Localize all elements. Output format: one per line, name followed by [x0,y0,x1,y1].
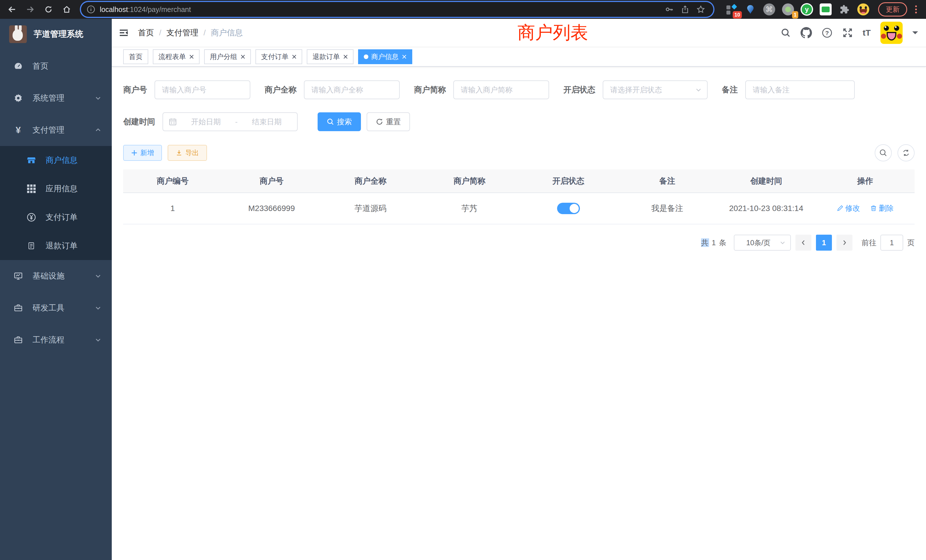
breadcrumb-pay[interactable]: 支付管理 [166,27,198,38]
dashboard-icon [12,62,24,71]
close-icon[interactable] [402,54,407,59]
home-icon[interactable] [58,2,75,17]
col-status: 开启状态 [519,170,618,193]
cell-create-time: 2021-10-23 08:31:14 [717,193,816,224]
share-icon[interactable] [681,5,689,14]
extensions-row: 10 ⌘ 1 y [725,3,870,16]
cell-status [519,193,618,224]
sidebar-item-workflow[interactable]: 工作流程 [0,324,112,356]
status-toggle[interactable] [557,203,580,214]
next-page-button[interactable] [837,235,852,251]
refresh-table-button[interactable] [897,144,915,161]
navbar: 首页 / 支付管理 / 商户信息 ? [112,19,926,47]
cell-merchant-no: M233666999 [222,193,321,224]
yen-circle-icon [25,212,38,222]
forward-icon[interactable] [22,2,39,17]
user-avatar[interactable] [881,22,903,44]
site-info-icon[interactable] [87,5,95,14]
close-icon[interactable] [292,54,297,59]
hide-search-icon-button[interactable] [875,144,892,161]
goto-page-input[interactable] [881,235,903,251]
sidebar-item-pay[interactable]: ¥ 支付管理 [0,114,112,146]
delete-link[interactable]: 删除 [870,203,894,213]
browser-update-button[interactable]: 更新 [878,2,907,17]
page-unit-label: 页 [907,238,915,248]
sidebar-logo[interactable]: 芋道管理系统 [0,19,112,50]
close-icon[interactable] [241,54,245,59]
add-button[interactable]: 新增 [123,145,162,161]
close-icon[interactable] [189,54,194,59]
status-select[interactable] [603,80,708,99]
password-key-icon[interactable] [665,5,674,14]
sidebar-item-refund-order[interactable]: 退款订单 [0,232,112,260]
edit-link[interactable]: 修改 [837,203,860,213]
back-icon[interactable] [3,2,21,17]
breadcrumb: 首页 / 支付管理 / 商户信息 [138,27,243,38]
font-size-icon[interactable]: tT [863,28,871,38]
app-title: 芋道管理系统 [34,29,83,40]
tab-home[interactable]: 首页 [123,49,148,64]
table-toolbar: 新增 导出 [123,144,915,161]
sidebar-item-label: 首页 [32,61,48,71]
page-number-1[interactable]: 1 [816,235,832,251]
pagination: 共 1 条 10条/页 1 前往 [123,235,915,251]
sidebar-collapse-icon[interactable] [118,27,130,39]
extension-recorder-icon[interactable]: 1 [781,3,795,16]
remark-input[interactable] [745,80,855,99]
browser-profile-avatar[interactable] [856,3,870,16]
export-button[interactable]: 导出 [168,145,207,161]
sidebar-item-dev-tools[interactable]: 研发工具 [0,292,112,324]
calendar-icon [169,118,177,126]
url-bar[interactable]: localhost:1024/pay/merchant [81,2,713,17]
github-icon[interactable] [800,27,812,38]
sidebar-item-system[interactable]: 系统管理 [0,82,112,114]
create-time-range-picker[interactable]: 开始日期 - 结束日期 [162,112,298,131]
tab-user-group[interactable]: 用户分组 [204,49,251,64]
tab-pay-order[interactable]: 支付订单 [256,49,302,64]
sidebar-item-home[interactable]: 首页 [0,50,112,82]
date-separator: - [235,118,238,126]
col-actions: 操作 [816,170,915,193]
sidebar-item-infra[interactable]: 基础设施 [0,260,112,292]
prev-page-button[interactable] [796,235,811,251]
tab-merchant-info[interactable]: 商户信息 [358,49,412,64]
reload-icon[interactable] [40,2,57,17]
reset-button[interactable]: 重置 [367,112,410,131]
extensions-puzzle-icon[interactable] [838,3,851,16]
cell-actions: 修改 删除 [816,193,915,224]
remark-label: 备注 [722,85,738,95]
storefront-icon [25,156,38,165]
cell-short-name: 芋艿 [420,193,519,224]
sidebar-item-label: 商户信息 [45,155,77,166]
sidebar-item-merchant[interactable]: 商户信息 [0,146,112,174]
extension-tabs-icon[interactable]: 10 [725,3,738,16]
full-name-input[interactable] [304,80,400,99]
sidebar-item-pay-order[interactable]: 支付订单 [0,203,112,232]
monitor-icon [12,271,24,281]
bookmark-star-icon[interactable] [696,5,705,14]
extension-pin-icon[interactable] [743,3,757,16]
extension-chat-icon[interactable] [819,3,832,16]
browser-menu-icon[interactable] [912,5,920,14]
fullscreen-icon[interactable] [842,27,853,38]
header-search-icon[interactable] [781,28,791,38]
avatar-caret-icon[interactable] [912,31,918,37]
extension-yudao-icon[interactable]: y [800,3,814,16]
page-size-select[interactable]: 10条/页 [734,235,791,251]
create-time-label: 创建时间 [123,117,155,127]
tab-refund-order[interactable]: 退款订单 [307,49,354,64]
breadcrumb-home[interactable]: 首页 [138,27,154,38]
total-text: 共 1 条 [701,238,727,248]
sidebar-item-app[interactable]: 应用信息 [0,174,112,203]
tab-process-form[interactable]: 流程表单 [153,49,200,64]
grid-icon [25,185,38,193]
app-window: 芋道管理系统 首页 系统管理 [0,19,926,560]
extension-command-icon[interactable]: ⌘ [763,3,776,16]
search-button[interactable]: 搜索 [318,112,361,131]
merchant-no-input[interactable] [154,80,250,99]
short-name-input[interactable] [453,80,549,99]
url-text[interactable]: localhost:1024/pay/merchant [100,5,665,14]
help-icon[interactable]: ? [822,27,832,38]
close-icon[interactable] [343,54,348,59]
goto-label: 前往 [862,238,876,248]
